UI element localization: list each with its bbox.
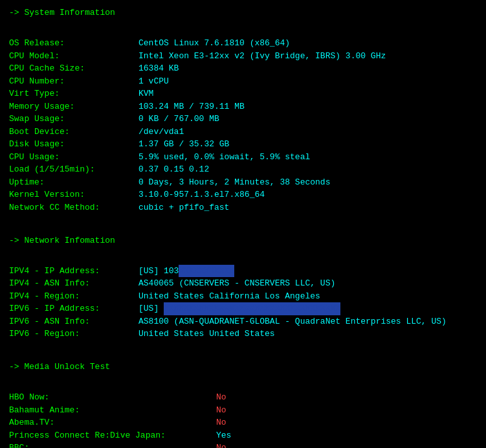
ipv4-address-row: IPV4 - IP Address: [US] 103XXXXXXXXXXX: [9, 265, 477, 278]
network-cc-value: cubic + pfifo_fast: [138, 201, 229, 214]
terminal-container: -> System Information OS Release: CentOS…: [9, 6, 477, 448]
media-section: -> Media Unlock Test HBO Now: No Bahamut…: [9, 361, 477, 448]
disk-usage-row: Disk Usage: 1.37 GB / 35.32 GB: [9, 138, 477, 151]
uptime-value: 0 Days, 3 Hours, 2 Minutes, 38 Seconds: [138, 176, 330, 189]
system-header: -> System Information: [9, 6, 477, 19]
network-cc-row: Network CC Method: cubic + pfifo_fast: [9, 201, 477, 214]
abema-row: Abema.TV: No: [9, 416, 477, 429]
boot-device-row: Boot Device: /dev/vda1: [9, 126, 477, 139]
cpu-usage-row: CPU Usage: 5.9% used, 0.0% iowait, 5.9% …: [9, 151, 477, 164]
hbo-row: HBO Now: No: [9, 391, 477, 404]
cpu-model-label: CPU Model:: [9, 50, 138, 63]
network-header: -> Network Infomation: [9, 234, 477, 247]
uptime-label: Uptime:: [9, 176, 138, 189]
cpu-cache-row: CPU Cache Size: 16384 KB: [9, 62, 477, 75]
ipv6-address-value: [US] XXXXXXXXXXXXXXXXXXXXXXXXXXXXXXXXXXX: [138, 302, 340, 315]
cpu-cache-value: 16384 KB: [138, 62, 179, 75]
media-header: -> Media Unlock Test: [9, 361, 477, 374]
princess-row: Princess Connect Re:Dive Japan: Yes: [9, 429, 477, 442]
memory-usage-value: 103.24 MB / 739.11 MB: [138, 100, 245, 113]
ipv4-asn-value: AS40065 (CNSERVERS - CNSERVERS LLC, US): [138, 277, 335, 290]
system-rows: OS Release: CentOS Linux 7.6.1810 (x86_6…: [9, 37, 477, 214]
ipv6-asn-value: AS8100 (ASN-QUADRANET-GLOBAL - QuadraNet…: [138, 315, 447, 328]
cpu-model-row: CPU Model: Intel Xeon E3-12xx v2 (Ivy Br…: [9, 50, 477, 63]
bbc-row: BBC: No: [9, 442, 477, 448]
ipv6-address-label: IPV6 - IP Address:: [9, 302, 138, 315]
ipv4-address-label: IPV4 - IP Address:: [9, 265, 138, 278]
bbc-label: BBC:: [9, 442, 216, 448]
ipv4-region-value: United States California Los Angeles: [138, 290, 320, 303]
abema-value: No: [216, 416, 226, 429]
ipv6-address-row: IPV6 - IP Address: [US] XXXXXXXXXXXXXXXX…: [9, 302, 477, 315]
princess-value: Yes: [216, 429, 231, 442]
cpu-number-value: 1 vCPU: [138, 75, 169, 88]
os-release-row: OS Release: CentOS Linux 7.6.1810 (x86_6…: [9, 37, 477, 50]
swap-usage-label: Swap Usage:: [9, 113, 138, 126]
os-release-value: CentOS Linux 7.6.1810 (x86_64): [138, 37, 290, 50]
ipv4-region-row: IPV4 - Region: United States California …: [9, 290, 477, 303]
disk-usage-label: Disk Usage:: [9, 138, 138, 151]
swap-usage-value: 0 KB / 767.00 MB: [138, 113, 219, 126]
cpu-cache-label: CPU Cache Size:: [9, 62, 138, 75]
abema-label: Abema.TV:: [9, 416, 216, 429]
swap-usage-row: Swap Usage: 0 KB / 767.00 MB: [9, 113, 477, 126]
cpu-usage-value: 5.9% used, 0.0% iowait, 5.9% steal: [138, 151, 310, 164]
virt-type-value: KVM: [138, 87, 153, 100]
bbc-value: No: [216, 442, 226, 448]
cpu-number-label: CPU Number:: [9, 75, 138, 88]
boot-device-label: Boot Device:: [9, 126, 138, 139]
load-value: 0.37 0.15 0.12: [138, 163, 209, 176]
cpu-number-row: CPU Number: 1 vCPU: [9, 75, 477, 88]
ipv4-asn-label: IPV4 - ASN Info:: [9, 277, 138, 290]
network-rows: IPV4 - IP Address: [US] 103XXXXXXXXXXX I…: [9, 265, 477, 341]
uptime-row: Uptime: 0 Days, 3 Hours, 2 Minutes, 38 S…: [9, 176, 477, 189]
memory-usage-row: Memory Usage: 103.24 MB / 739.11 MB: [9, 100, 477, 113]
bahamut-value: No: [216, 404, 226, 417]
ipv4-redacted: XXXXXXXXXXX: [179, 265, 234, 278]
load-label: Load (1/5/15min):: [9, 163, 138, 176]
kernel-value: 3.10.0-957.1.3.el7.x86_64: [138, 188, 265, 201]
hbo-label: HBO Now:: [9, 391, 216, 404]
system-section: -> System Information OS Release: CentOS…: [9, 6, 477, 214]
ipv6-redacted: XXXXXXXXXXXXXXXXXXXXXXXXXXXXXXXXXXX: [164, 302, 340, 315]
os-release-label: OS Release:: [9, 37, 138, 50]
ipv4-asn-row: IPV4 - ASN Info: AS40065 (CNSERVERS - CN…: [9, 277, 477, 290]
virt-type-label: Virt Type:: [9, 87, 138, 100]
princess-label: Princess Connect Re:Dive Japan:: [9, 429, 216, 442]
load-row: Load (1/5/15min): 0.37 0.15 0.12: [9, 163, 477, 176]
kernel-row: Kernel Version: 3.10.0-957.1.3.el7.x86_6…: [9, 188, 477, 201]
network-section: -> Network Infomation IPV4 - IP Address:…: [9, 234, 477, 341]
boot-device-value: /dev/vda1: [138, 126, 184, 139]
ipv6-region-value: United States United States: [138, 328, 275, 341]
hbo-value: No: [216, 391, 226, 404]
ipv4-region-label: IPV4 - Region:: [9, 290, 138, 303]
ipv6-region-label: IPV6 - Region:: [9, 328, 138, 341]
virt-type-row: Virt Type: KVM: [9, 87, 477, 100]
ipv4-address-value: [US] 103XXXXXXXXXXX: [138, 265, 234, 278]
memory-usage-label: Memory Usage:: [9, 100, 138, 113]
bahamut-label: Bahamut Anime:: [9, 404, 216, 417]
ipv6-region-row: IPV6 - Region: United States United Stat…: [9, 328, 477, 341]
media-rows: HBO Now: No Bahamut Anime: No Abema.TV: …: [9, 391, 477, 448]
cpu-model-value: Intel Xeon E3-12xx v2 (Ivy Bridge, IBRS)…: [138, 50, 386, 63]
cpu-usage-label: CPU Usage:: [9, 151, 138, 164]
bahamut-row: Bahamut Anime: No: [9, 404, 477, 417]
ipv6-asn-label: IPV6 - ASN Info:: [9, 315, 138, 328]
disk-usage-value: 1.37 GB / 35.32 GB: [138, 138, 229, 151]
kernel-label: Kernel Version:: [9, 188, 138, 201]
network-cc-label: Network CC Method:: [9, 201, 138, 214]
ipv6-asn-row: IPV6 - ASN Info: AS8100 (ASN-QUADRANET-G…: [9, 315, 477, 328]
